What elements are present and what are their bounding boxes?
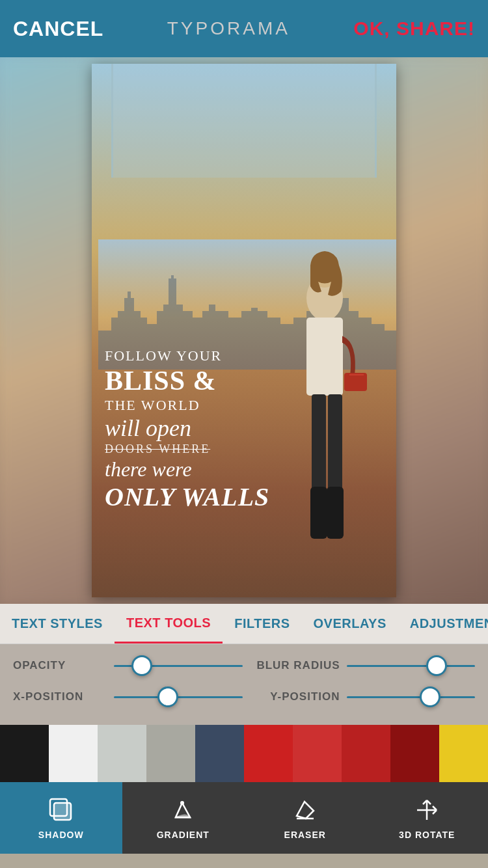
quote-line-6: there were <box>105 457 377 481</box>
x-position-slider[interactable] <box>114 687 243 707</box>
x-position-label: X-POSITION <box>13 690 107 703</box>
opacity-label: OPACITY <box>13 659 107 672</box>
tab-adjustments[interactable]: ADJUSTMENTS <box>398 604 488 644</box>
quote-line-1: FOLLOW YOUR <box>105 347 377 364</box>
opacity-slider[interactable] <box>114 656 243 675</box>
blur-radius-track <box>347 665 476 667</box>
photo-quote-text: FOLLOW YOUR BLISS & THE WORLD will open … <box>105 347 377 513</box>
glass-panel <box>111 64 377 178</box>
blur-radius-thumb[interactable] <box>426 655 447 676</box>
app-title: TYPORAMA <box>167 18 290 39</box>
position-row: X-POSITION Y-POSITION <box>13 687 475 707</box>
eraser-icon <box>291 796 319 824</box>
y-position-thumb[interactable] <box>420 686 441 707</box>
svg-rect-11 <box>54 803 71 820</box>
svg-point-12 <box>180 801 184 805</box>
color-swatch-white[interactable] <box>49 725 98 782</box>
x-position-thumb[interactable] <box>157 686 178 707</box>
blur-radius-label: BLUR RADIUS <box>249 659 340 672</box>
3d-rotate-icon <box>413 796 441 824</box>
color-swatch-yellow[interactable] <box>439 725 488 782</box>
tool-eraser[interactable]: ERASER <box>244 782 366 854</box>
color-swatch-black[interactable] <box>0 725 49 782</box>
color-swatch-dark-navy[interactable] <box>195 725 244 782</box>
eraser-label: ERASER <box>284 830 326 840</box>
x-position-track <box>114 696 243 698</box>
opacity-thumb[interactable] <box>131 655 152 676</box>
tab-filters[interactable]: FILTERS <box>223 604 301 644</box>
shadow-label: SHADOW <box>38 830 84 840</box>
app-header: CANCEL TYPORAMA OK, SHARE! <box>0 0 488 57</box>
gradient-label: GRADIENT <box>157 830 210 840</box>
color-swatch-medium-gray[interactable] <box>146 725 195 782</box>
3d-rotate-label: 3D ROTATE <box>399 830 455 840</box>
tool-3d-rotate[interactable]: 3D ROTATE <box>366 782 489 854</box>
quote-line-3: THE WORLD <box>105 397 377 414</box>
quote-line-2: BLISS & <box>105 364 377 397</box>
color-swatch-medium-red[interactable] <box>293 725 342 782</box>
color-swatch-dark-red[interactable] <box>390 725 439 782</box>
tabs-bar: TEXT STYLES TEXT TOOLS FILTERS OVERLAYS … <box>0 604 488 644</box>
quote-line-4: will open <box>105 414 377 442</box>
blur-radius-slider[interactable] <box>347 656 476 675</box>
svg-marker-13 <box>297 802 314 819</box>
photo-canvas[interactable]: FOLLOW YOUR BLISS & THE WORLD will open … <box>92 64 396 597</box>
tool-shadow[interactable]: SHADOW <box>0 782 122 854</box>
y-position-track <box>347 696 476 698</box>
tab-overlays[interactable]: OVERLAYS <box>302 604 398 644</box>
tab-text-styles[interactable]: TEXT STYLES <box>0 604 115 644</box>
y-position-slider[interactable] <box>347 687 476 707</box>
cancel-button[interactable]: CANCEL <box>13 17 103 41</box>
y-position-label: Y-POSITION <box>249 690 340 703</box>
quote-line-5: DOORS WHERE <box>105 442 377 457</box>
color-swatch-crimson[interactable] <box>342 725 390 782</box>
color-palette <box>0 725 488 782</box>
opacity-track <box>114 665 243 667</box>
opacity-blur-row: OPACITY BLUR RADIUS <box>13 656 475 675</box>
image-canvas-area[interactable]: FOLLOW YOUR BLISS & THE WORLD will open … <box>0 57 488 604</box>
tab-text-tools[interactable]: TEXT TOOLS <box>115 604 223 644</box>
color-swatch-light-gray[interactable] <box>98 725 146 782</box>
controls-area: OPACITY BLUR RADIUS X-POSITION Y-POSITIO… <box>0 644 488 725</box>
bottom-toolbar: SHADOW GRADIENT <box>0 782 488 854</box>
ok-share-button[interactable]: OK, SHARE! <box>353 18 475 40</box>
gradient-icon <box>169 796 197 824</box>
quote-line-7: ONLY WALLS <box>105 481 377 513</box>
shadow-icon <box>47 796 75 824</box>
color-swatch-red[interactable] <box>244 725 293 782</box>
tool-gradient[interactable]: GRADIENT <box>122 782 245 854</box>
